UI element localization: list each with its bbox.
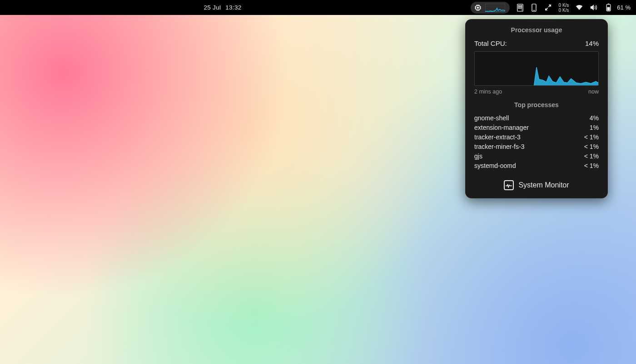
process-row: systemd-oomd < 1% — [465, 161, 608, 170]
process-list: gnome-shell 4% extension-manager 1% trac… — [465, 113, 608, 170]
process-name: gjs — [474, 152, 482, 160]
clock-area[interactable]: 25 Jul 13:32 — [204, 0, 241, 15]
cpu-history-chart — [474, 51, 599, 86]
cpu-indicator-pill[interactable] — [471, 2, 510, 14]
process-name: gnome-shell — [474, 114, 509, 122]
svg-rect-17 — [518, 7, 522, 9]
process-pct: < 1% — [584, 133, 599, 141]
disk-activity-icon[interactable] — [516, 4, 524, 12]
svg-rect-25 — [607, 7, 610, 10]
system-tray: 0 K/s 0 K/s 61 % — [471, 0, 631, 15]
svg-rect-24 — [608, 4, 609, 5]
svg-rect-1 — [477, 7, 479, 9]
process-name: tracker-extract-3 — [474, 133, 521, 141]
net-up-label: 0 K/s — [559, 3, 569, 8]
process-pct: < 1% — [584, 152, 599, 160]
process-name: extension-manager — [474, 124, 529, 131]
axis-start-label: 2 mins ago — [474, 89, 502, 95]
process-pct: 1% — [590, 124, 599, 131]
system-monitor-label: System Monitor — [518, 181, 569, 189]
battery-icon[interactable] — [604, 4, 612, 12]
process-name: tracker-miner-fs-3 — [474, 143, 524, 150]
process-pct: < 1% — [584, 162, 599, 169]
top-bar: 25 Jul 13:32 — [0, 0, 636, 15]
net-down-label: 0 K/s — [559, 8, 569, 13]
top-processes-title: Top processes — [465, 101, 608, 108]
system-monitor-icon — [504, 180, 514, 190]
cpu-chip-icon — [473, 3, 482, 12]
process-row: tracker-miner-fs-3 < 1% — [465, 142, 608, 151]
total-cpu-row: Total CPU: 14% — [465, 38, 608, 49]
phone-icon[interactable] — [531, 4, 538, 11]
process-pct: 4% — [590, 114, 599, 122]
wifi-icon[interactable] — [575, 4, 583, 12]
axis-end-label: now — [588, 89, 599, 95]
cpu-usage-popover: Processor usage Total CPU: 14% 2 mins ag… — [465, 19, 608, 198]
volume-icon[interactable] — [590, 4, 598, 12]
svg-point-18 — [521, 9, 522, 10]
date-label: 25 Jul — [204, 4, 221, 11]
process-row: gjs < 1% — [465, 151, 608, 161]
processor-usage-title: Processor usage — [465, 26, 608, 34]
process-row: tracker-extract-3 < 1% — [465, 132, 608, 142]
system-monitor-button[interactable]: System Monitor — [465, 175, 608, 195]
process-pct: < 1% — [584, 143, 599, 150]
time-label: 13:32 — [225, 4, 241, 11]
cpu-mini-chart — [485, 4, 505, 12]
network-speed-indicator[interactable]: 0 K/s 0 K/s — [559, 3, 569, 13]
process-row: extension-manager 1% — [465, 123, 608, 132]
total-cpu-label: Total CPU: — [474, 39, 507, 47]
process-row: gnome-shell 4% — [465, 113, 608, 123]
process-name: systemd-oomd — [474, 162, 516, 169]
total-cpu-value: 14% — [585, 39, 599, 47]
svg-rect-16 — [518, 5, 522, 6]
expand-arrows-icon[interactable] — [544, 4, 552, 12]
cpu-chart-svg — [475, 52, 598, 86]
battery-percent-label: 61 % — [617, 4, 631, 11]
chart-time-axis: 2 mins ago now — [465, 88, 608, 95]
